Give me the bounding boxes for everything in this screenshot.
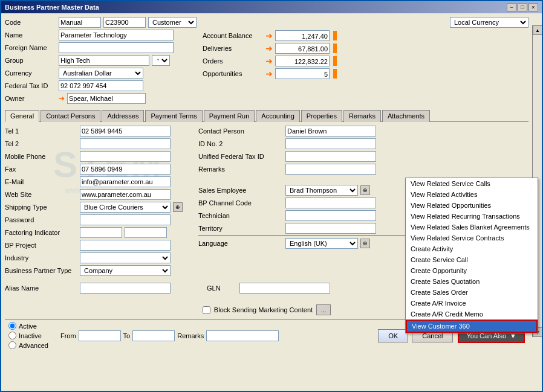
account-balance-row: Account Balance ➜ 1,247.40 xyxy=(203,30,528,41)
tel2-input[interactable] xyxy=(80,138,171,149)
unified-tax-row: Unified Federal Tax ID xyxy=(198,151,528,162)
tab-contact-persons[interactable]: Contact Persons xyxy=(41,110,100,122)
ok-button[interactable]: OK xyxy=(378,329,408,342)
bp-project-row: BP Project xyxy=(5,240,192,251)
unified-tax-label: Unified Federal Tax ID xyxy=(198,153,283,160)
tab-attachments[interactable]: Attachments xyxy=(382,110,430,122)
header-section: Code Customer Name Foreign Name xyxy=(5,17,528,106)
tab-general[interactable]: General xyxy=(5,110,39,122)
code-value-input[interactable] xyxy=(103,17,146,28)
sales-employee-detail-button[interactable]: ⊕ xyxy=(360,185,370,195)
shipping-detail-button[interactable]: ⊕ xyxy=(173,202,183,212)
you-can-also-dropdown: View Related Service Calls View Related … xyxy=(405,178,538,333)
gln-label: GLN xyxy=(207,284,237,292)
tel1-row: Tel 1 xyxy=(5,126,192,137)
factoring-input2[interactable] xyxy=(125,227,167,238)
menu-item-view-blanket[interactable]: View Related Sales Blanket Agreements xyxy=(406,222,538,233)
code-manual-input[interactable] xyxy=(59,17,101,28)
foreign-name-input[interactable] xyxy=(59,42,174,53)
bp-type-select[interactable]: Company xyxy=(80,265,171,276)
remarks-row: Remarks xyxy=(198,164,528,175)
menu-item-view-service-calls[interactable]: View Related Service Calls xyxy=(406,178,538,189)
federal-tax-input[interactable] xyxy=(59,80,143,91)
group-select[interactable]: ▼ xyxy=(152,55,170,66)
owner-input[interactable] xyxy=(67,93,146,104)
id-no2-input[interactable] xyxy=(285,138,376,149)
language-detail-button[interactable]: ⊕ xyxy=(360,239,370,248)
industry-select[interactable] xyxy=(80,252,171,263)
menu-item-create-sales-order[interactable]: Create Sales Order xyxy=(406,287,538,298)
remarks-label: Remarks xyxy=(198,165,283,173)
menu-item-create-sales-quotation[interactable]: Create Sales Quotation xyxy=(406,276,538,287)
tab-remarks[interactable]: Remarks xyxy=(343,110,381,122)
from-label: From xyxy=(60,332,76,339)
federal-tax-row: Federal Tax ID xyxy=(5,80,197,91)
name-input[interactable] xyxy=(59,30,174,40)
menu-item-create-activity[interactable]: Create Activity xyxy=(406,243,538,254)
local-currency-select[interactable]: Local Currency xyxy=(450,17,528,28)
from-input[interactable] xyxy=(79,330,121,341)
minimize-button[interactable]: − xyxy=(507,3,516,11)
alias-input[interactable] xyxy=(80,283,171,294)
tel1-input[interactable] xyxy=(80,126,171,137)
menu-item-create-opportunity[interactable]: Create Opportunity xyxy=(406,265,538,276)
factoring-input[interactable] xyxy=(80,227,122,238)
footer-remarks-input[interactable] xyxy=(206,330,279,341)
website-label: Web Site xyxy=(5,191,77,198)
password-input[interactable] xyxy=(80,214,171,225)
contact-person-input[interactable] xyxy=(285,126,376,137)
active-radio[interactable] xyxy=(8,322,16,330)
gln-row: GLN xyxy=(207,283,330,294)
active-radio-row: Active xyxy=(8,322,48,330)
to-input[interactable] xyxy=(132,330,175,341)
email-input[interactable] xyxy=(80,176,171,187)
advanced-radio[interactable] xyxy=(8,341,16,349)
tab-accounting[interactable]: Accounting xyxy=(256,110,299,122)
shipping-select[interactable]: Blue Circle Couriers xyxy=(80,202,171,213)
block-marketing-checkbox[interactable] xyxy=(203,306,210,314)
sales-employee-select[interactable]: Brad Thompson xyxy=(285,185,358,196)
menu-item-create-ar-invoice[interactable]: Create A/R Invoice xyxy=(406,298,538,309)
remarks-input[interactable] xyxy=(285,164,376,175)
language-select[interactable]: English (UK) xyxy=(285,238,358,249)
marketing-options-button[interactable]: ... xyxy=(316,304,331,315)
menu-item-view-opportunities[interactable]: View Related Opportunities xyxy=(406,200,538,211)
foreign-name-row: Foreign Name xyxy=(5,42,197,53)
territory-input[interactable] xyxy=(285,223,376,234)
sales-employee-label: Sales Employee xyxy=(198,187,283,194)
menu-item-view-service-contracts[interactable]: View Related Service Contracts xyxy=(406,233,538,243)
bp-channel-label: BP Channel Code xyxy=(198,199,283,207)
code-label: Code xyxy=(5,19,56,26)
tel2-label: Tel 2 xyxy=(5,140,77,147)
tab-payment-run[interactable]: Payment Run xyxy=(204,110,255,122)
bp-project-input[interactable] xyxy=(80,240,171,251)
code-type-select[interactable]: Customer xyxy=(148,17,197,28)
website-input[interactable] xyxy=(80,189,171,200)
block-marketing-label: Block Sending Marketing Content xyxy=(214,306,313,313)
fax-input[interactable] xyxy=(80,164,171,175)
unified-tax-input[interactable] xyxy=(285,151,376,162)
tab-properties[interactable]: Properties xyxy=(301,110,342,122)
inactive-radio[interactable] xyxy=(8,332,16,339)
scroll-up-button[interactable]: ▲ xyxy=(533,25,542,35)
gln-input[interactable] xyxy=(239,283,330,294)
menu-item-view-customer-360[interactable]: View Customer 360 xyxy=(406,320,538,333)
bp-channel-input[interactable] xyxy=(285,198,376,208)
menu-item-create-ar-credit-memo[interactable]: Create A/R Credit Memo xyxy=(406,309,538,320)
maximize-button[interactable]: □ xyxy=(518,3,527,11)
tab-addresses[interactable]: Addresses xyxy=(102,110,144,122)
mobile-input[interactable] xyxy=(80,151,171,162)
currency-row: Currency Australian Dollar xyxy=(5,68,197,79)
group-row: Group ▼ xyxy=(5,55,197,66)
balance-section: Account Balance ➜ 1,247.40 Deliveries ➜ … xyxy=(203,30,528,79)
currency-select[interactable]: Australian Dollar xyxy=(59,68,143,79)
menu-item-create-service-call[interactable]: Create Service Call xyxy=(406,254,538,265)
menu-item-view-activities[interactable]: View Related Activities xyxy=(406,189,538,200)
contact-person-row: Contact Person xyxy=(198,126,528,137)
close-button[interactable]: × xyxy=(528,3,538,11)
technician-input[interactable] xyxy=(285,210,376,221)
window-controls: − □ × xyxy=(507,3,538,11)
tab-payment-terms[interactable]: Payment Terms xyxy=(145,110,202,122)
group-input[interactable] xyxy=(59,55,149,66)
menu-item-view-recurring[interactable]: View Related Recurring Transactions xyxy=(406,211,538,222)
